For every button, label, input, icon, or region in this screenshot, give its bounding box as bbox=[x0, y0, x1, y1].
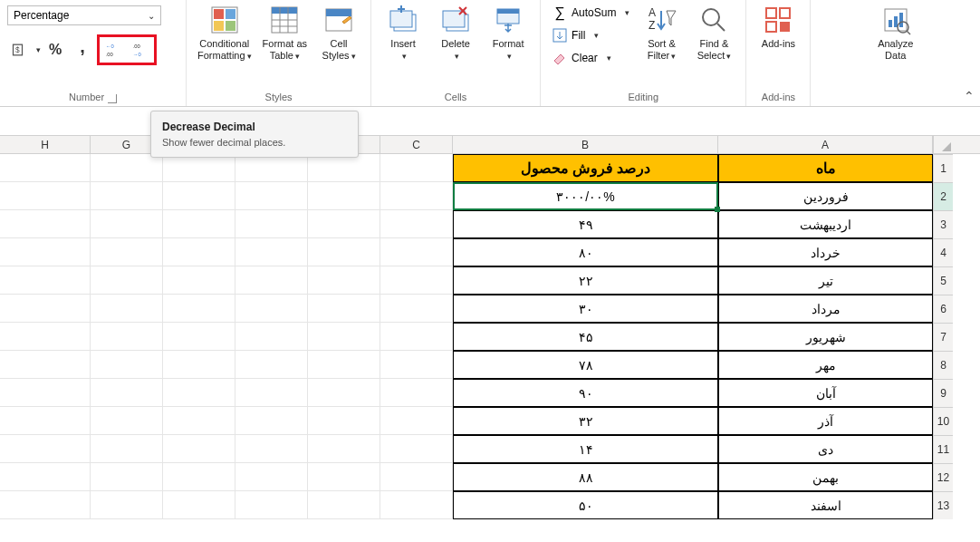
cell[interactable] bbox=[163, 407, 235, 435]
cell[interactable] bbox=[91, 379, 163, 407]
cell[interactable] bbox=[0, 266, 91, 295]
cell-A[interactable]: آبان bbox=[718, 379, 933, 407]
cell[interactable] bbox=[0, 463, 91, 491]
cell-B[interactable]: ۴۵ bbox=[453, 323, 718, 351]
percent-style-button[interactable]: % bbox=[43, 38, 68, 62]
cell[interactable] bbox=[0, 491, 91, 519]
cell[interactable] bbox=[308, 463, 380, 491]
cell[interactable] bbox=[235, 323, 308, 351]
cell[interactable] bbox=[380, 210, 453, 238]
cell-A[interactable]: ماه bbox=[718, 154, 933, 182]
cell[interactable] bbox=[235, 407, 308, 435]
cell[interactable] bbox=[380, 491, 453, 519]
cell[interactable] bbox=[0, 323, 91, 351]
cell[interactable] bbox=[380, 182, 453, 210]
row-header[interactable]: 10 bbox=[933, 407, 953, 435]
cell[interactable] bbox=[235, 379, 308, 407]
cell[interactable] bbox=[380, 266, 453, 295]
cell[interactable] bbox=[163, 491, 235, 519]
cell[interactable] bbox=[0, 351, 91, 379]
cell-A[interactable]: مهر bbox=[718, 351, 933, 379]
col-header-B[interactable]: B bbox=[453, 136, 718, 153]
cell-A[interactable]: بهمن bbox=[718, 463, 933, 491]
cell-B[interactable]: ۱۴ bbox=[453, 435, 718, 463]
analyze-data-button[interactable]: Analyze Data bbox=[871, 2, 920, 63]
cell[interactable] bbox=[308, 182, 380, 210]
cell[interactable] bbox=[91, 463, 163, 491]
cell[interactable] bbox=[308, 379, 380, 407]
cell[interactable] bbox=[235, 210, 308, 238]
cell[interactable] bbox=[91, 435, 163, 463]
row-header[interactable]: 1 bbox=[933, 154, 953, 182]
find-select-button[interactable]: Find & Select▾ bbox=[689, 2, 738, 63]
row-header[interactable]: 9 bbox=[933, 379, 953, 407]
cell[interactable] bbox=[163, 295, 235, 323]
insert-button[interactable]: Insert▾ bbox=[379, 2, 428, 63]
cell[interactable] bbox=[308, 351, 380, 379]
cell[interactable] bbox=[163, 379, 235, 407]
cell-B[interactable]: ۳۲ bbox=[453, 407, 718, 435]
cell[interactable] bbox=[0, 210, 91, 238]
cell[interactable] bbox=[0, 435, 91, 463]
cell[interactable] bbox=[308, 407, 380, 435]
cell[interactable] bbox=[235, 351, 308, 379]
cell[interactable] bbox=[380, 379, 453, 407]
cell[interactable] bbox=[91, 323, 163, 351]
cell[interactable] bbox=[91, 238, 163, 266]
dialog-launcher-icon[interactable] bbox=[108, 94, 117, 103]
cell[interactable] bbox=[380, 238, 453, 266]
row-header[interactable]: 5 bbox=[933, 266, 953, 295]
cell-B[interactable]: ۳۰ bbox=[453, 295, 718, 323]
cell[interactable] bbox=[163, 266, 235, 295]
collapse-ribbon-icon[interactable]: ⌃ bbox=[964, 89, 975, 103]
cell[interactable] bbox=[91, 491, 163, 519]
sort-filter-button[interactable]: AZ Sort & Filter▾ bbox=[637, 2, 686, 63]
cell-A[interactable]: خرداد bbox=[718, 238, 933, 266]
cell[interactable] bbox=[91, 154, 163, 182]
row-header[interactable]: 11 bbox=[933, 435, 953, 463]
cell[interactable] bbox=[380, 323, 453, 351]
cell[interactable] bbox=[163, 463, 235, 491]
cell[interactable] bbox=[91, 210, 163, 238]
accounting-format-button[interactable]: $ bbox=[7, 38, 33, 62]
row-header[interactable]: 7 bbox=[933, 323, 953, 351]
cell[interactable] bbox=[308, 238, 380, 266]
cell-B[interactable]: ۸۰ bbox=[453, 238, 718, 266]
format-button[interactable]: Format▾ bbox=[484, 2, 533, 63]
cell-A[interactable]: مرداد bbox=[718, 295, 933, 323]
cell[interactable] bbox=[91, 295, 163, 323]
row-header[interactable]: 8 bbox=[933, 351, 953, 379]
cell-B[interactable]: ۵۰ bbox=[453, 491, 718, 519]
fill-button[interactable]: Fill ▾ bbox=[548, 24, 633, 46]
format-as-table-button[interactable]: Format as Table▾ bbox=[259, 2, 312, 63]
cell[interactable] bbox=[0, 407, 91, 435]
formula-bar[interactable] bbox=[0, 107, 980, 136]
cell[interactable] bbox=[380, 154, 453, 182]
row-header[interactable]: 12 bbox=[933, 463, 953, 491]
cell[interactable] bbox=[308, 491, 380, 519]
cell-B[interactable]: درصد فروش محصول bbox=[453, 154, 718, 182]
cell[interactable] bbox=[308, 266, 380, 295]
select-all-triangle[interactable] bbox=[933, 136, 953, 153]
increase-decimal-button[interactable]: ←0.00 bbox=[101, 38, 126, 62]
comma-style-button[interactable]: , bbox=[70, 38, 95, 62]
cell[interactable] bbox=[235, 491, 308, 519]
cell[interactable] bbox=[308, 210, 380, 238]
cell[interactable] bbox=[380, 435, 453, 463]
cell-A[interactable]: تیر bbox=[718, 266, 933, 295]
cell[interactable] bbox=[380, 407, 453, 435]
conditional-formatting-button[interactable]: Conditional Formatting▾ bbox=[194, 2, 255, 63]
cell-B[interactable]: ۳۰۰۰/۰۰% bbox=[453, 182, 718, 210]
cell[interactable] bbox=[308, 154, 380, 182]
col-header-C[interactable]: C bbox=[380, 136, 453, 153]
cell[interactable] bbox=[163, 435, 235, 463]
cell-A[interactable]: آذر bbox=[718, 407, 933, 435]
cell[interactable] bbox=[91, 182, 163, 210]
row-header[interactable]: 13 bbox=[933, 491, 953, 519]
col-header-A[interactable]: A bbox=[718, 136, 933, 153]
cell[interactable] bbox=[0, 182, 91, 210]
cell[interactable] bbox=[235, 238, 308, 266]
cell[interactable] bbox=[163, 351, 235, 379]
cell[interactable] bbox=[308, 435, 380, 463]
cell-B[interactable]: ۸۸ bbox=[453, 463, 718, 491]
